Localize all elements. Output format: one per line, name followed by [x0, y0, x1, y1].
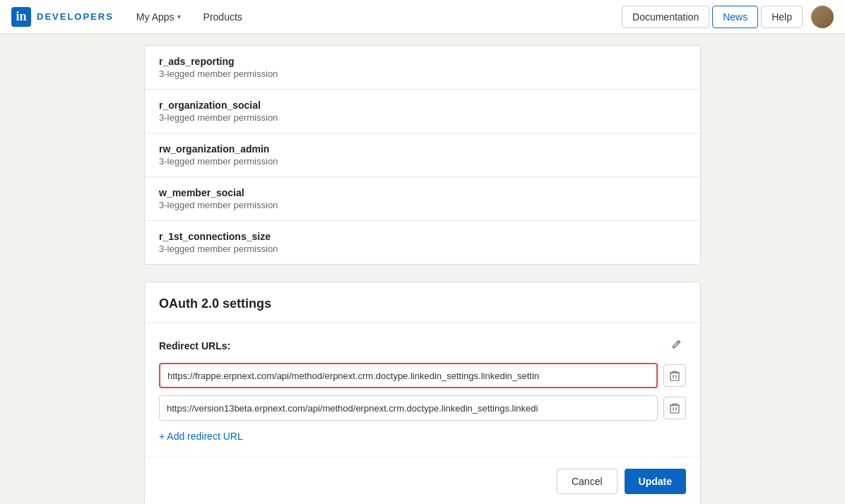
- avatar-image: [811, 6, 834, 28]
- trash-icon: [670, 402, 680, 414]
- delete-url-button[interactable]: [663, 364, 686, 387]
- avatar[interactable]: [811, 6, 834, 28]
- permission-description: 3-legged member permission: [159, 112, 686, 123]
- oauth-body: Redirect URLs:: [145, 323, 700, 457]
- trash-icon: [670, 370, 680, 381]
- redirect-url-input[interactable]: [159, 395, 658, 421]
- permission-description: 3-legged member permission: [159, 156, 686, 167]
- oauth-header: OAuth 2.0 settings: [145, 282, 700, 323]
- permission-name: w_member_social: [159, 187, 686, 198]
- help-button[interactable]: Help: [761, 6, 803, 28]
- permission-item: r_organization_social 3-legged member pe…: [145, 90, 700, 133]
- update-button[interactable]: Update: [625, 469, 686, 494]
- permissions-card: r_ads_reporting 3-legged member permissi…: [144, 45, 701, 265]
- nav-right: Documentation News Help: [622, 6, 834, 28]
- redirect-urls-section: Redirect URLs:: [159, 337, 686, 354]
- permission-description: 3-legged member permission: [159, 68, 686, 79]
- permission-name: r_1st_connections_size: [159, 231, 686, 242]
- permission-name: r_ads_reporting: [159, 56, 686, 67]
- navbar: in DEVELOPERS My Apps ▾ Products Documen…: [0, 0, 845, 34]
- url-row: [159, 363, 686, 388]
- svg-rect-1: [670, 405, 679, 413]
- oauth-footer: Cancel Update: [145, 457, 700, 504]
- url-row: [159, 395, 686, 421]
- oauth-title: OAuth 2.0 settings: [159, 296, 686, 311]
- add-redirect-label: + Add redirect URL: [159, 431, 243, 442]
- add-redirect-url-link[interactable]: + Add redirect URL: [159, 431, 243, 442]
- permission-description: 3-legged member permission: [159, 200, 686, 210]
- permission-item: rw_organization_admin 3-legged member pe…: [145, 133, 700, 177]
- redirect-urls-label: Redirect URLs:: [159, 340, 230, 352]
- chevron-down-icon: ▾: [177, 13, 181, 20]
- svg-rect-0: [670, 373, 679, 380]
- permission-item: r_1st_connections_size 3-legged member p…: [145, 221, 700, 264]
- url-rows-container: [159, 363, 686, 421]
- permission-item: w_member_social 3-legged member permissi…: [145, 177, 700, 221]
- nav-my-apps[interactable]: My Apps ▾: [125, 0, 192, 34]
- pencil-icon: [670, 339, 682, 350]
- page-content: r_ads_reporting 3-legged member permissi…: [133, 45, 712, 504]
- brand-logo[interactable]: in DEVELOPERS: [11, 7, 114, 27]
- delete-url-button[interactable]: [663, 397, 686, 419]
- edit-icon-button[interactable]: [666, 337, 686, 354]
- my-apps-label: My Apps: [136, 11, 175, 23]
- oauth-card: OAuth 2.0 settings Redirect URLs:: [144, 282, 701, 504]
- products-label: Products: [203, 11, 242, 23]
- permission-name: r_organization_social: [159, 100, 686, 111]
- nav-products[interactable]: Products: [192, 0, 254, 34]
- permission-name: rw_organization_admin: [159, 143, 686, 155]
- documentation-button[interactable]: Documentation: [622, 6, 709, 28]
- linkedin-icon: in: [11, 7, 31, 27]
- redirect-url-input[interactable]: [159, 363, 658, 388]
- cancel-button[interactable]: Cancel: [557, 469, 618, 494]
- news-button[interactable]: News: [712, 6, 758, 28]
- permission-description: 3-legged member permission: [159, 244, 686, 254]
- permission-item: r_ads_reporting 3-legged member permissi…: [145, 46, 700, 90]
- brand-text: DEVELOPERS: [37, 11, 114, 22]
